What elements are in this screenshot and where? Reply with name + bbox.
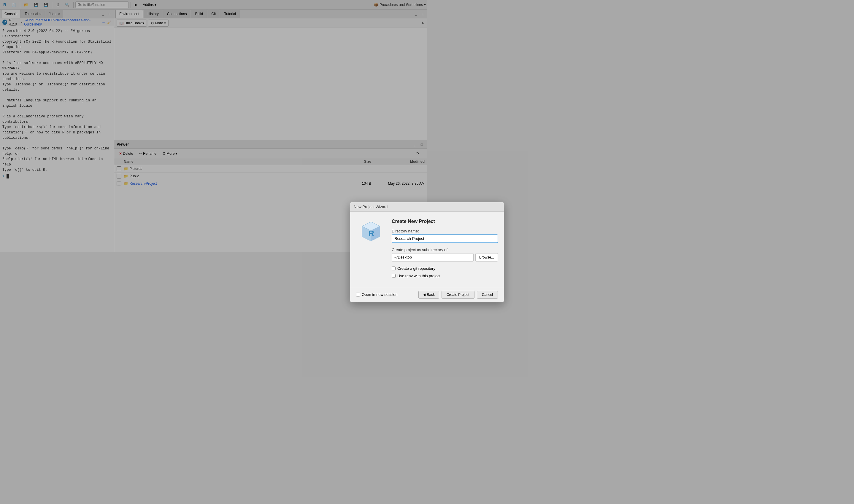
subdirectory-group: Create project as subdirectory of: Brows… xyxy=(392,248,427,252)
svg-text:R: R xyxy=(368,229,374,238)
r-cube-icon: R xyxy=(359,219,383,242)
new-project-dialog: New Project Wizard R xyxy=(350,202,427,252)
dialog-form: Create New Project Directory name: Creat… xyxy=(392,219,427,252)
subdirectory-label: Create project as subdirectory of: xyxy=(392,248,427,252)
dialog-title: New Project Wizard xyxy=(354,204,387,209)
dialog-titlebar: New Project Wizard xyxy=(350,202,427,212)
dialog-icon-area: R xyxy=(356,219,386,252)
directory-name-input[interactable] xyxy=(392,234,427,243)
modal-overlay: New Project Wizard R xyxy=(0,0,427,252)
dialog-heading: Create New Project xyxy=(392,219,427,224)
directory-name-group: Directory name: xyxy=(392,229,427,243)
dialog-content: R Create New Project Directory name: Cre… xyxy=(350,212,427,252)
directory-name-label: Directory name: xyxy=(392,229,427,233)
